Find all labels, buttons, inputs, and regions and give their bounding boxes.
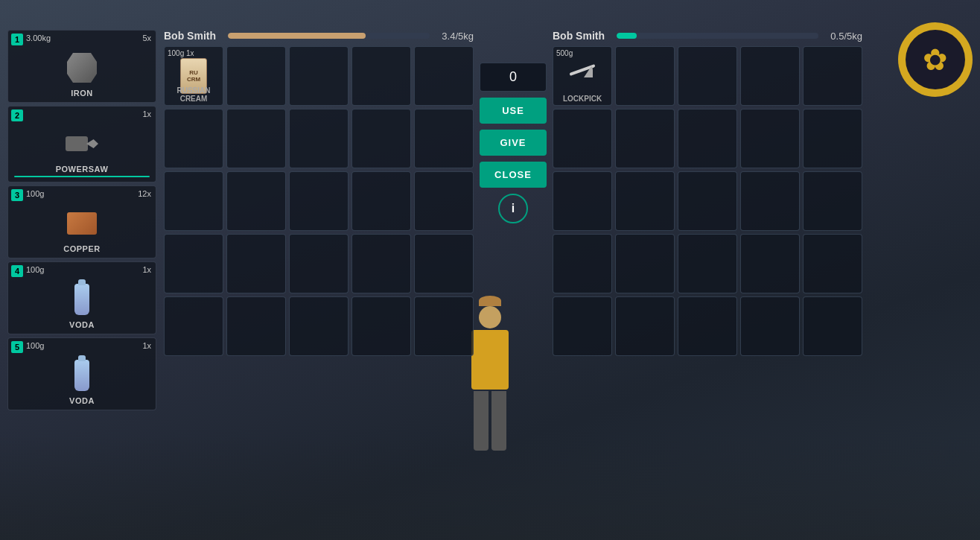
item-weight-1: 3.00kg [26, 34, 51, 42]
grid-cell-4-1[interactable] [226, 296, 286, 356]
right-grid-cell-1-0[interactable] [553, 109, 612, 168]
iron-icon [64, 50, 100, 86]
right-grid-cell-4-3[interactable] [740, 296, 800, 356]
grid-cell-0-2[interactable] [289, 46, 349, 106]
grid-cell-1-4[interactable] [414, 109, 474, 168]
right-grid-cell-3-1[interactable] [615, 234, 675, 293]
right-grid-cell-2-3[interactable] [740, 171, 800, 231]
item-weight-3: 100g [26, 189, 44, 198]
grid-cell-4-3[interactable] [351, 296, 411, 356]
right-cell-name-lockpick: LOCKPICK [553, 95, 611, 103]
right-grid-cell-2-0[interactable] [553, 171, 612, 231]
item-qty-5: 1x [142, 341, 151, 350]
grid-cell-0-1[interactable] [226, 46, 286, 106]
right-grid-cell-4-2[interactable] [678, 296, 737, 356]
grid-cell-4-2[interactable] [289, 296, 349, 356]
grid-cell-3-3[interactable] [351, 234, 411, 293]
grid-cell-2-0[interactable] [164, 171, 223, 231]
item-slot-4: 4 [11, 265, 23, 277]
item-qty-3: 12x [138, 189, 151, 198]
right-grid-cell-0-4[interactable] [803, 46, 862, 106]
right-weight-bar-fill [617, 33, 637, 39]
grid-cell-2-1[interactable] [226, 171, 286, 231]
ui-overlay: 1 3.00kg 5x IRON 2 1x POWERSAW 3 100g 12… [0, 0, 980, 540]
right-panel: Bob Smith 0.5/5kg 500g LOCKPICK [553, 30, 862, 356]
right-grid-cell-1-2[interactable] [678, 109, 737, 168]
grid-cell-1-2[interactable] [289, 109, 349, 168]
right-weight-bar-wrap [617, 33, 818, 39]
info-button[interactable]: i [498, 194, 528, 223]
action-panel: 0 USE GIVE CLOSE i [480, 63, 547, 223]
right-weight-bar-bg [617, 33, 818, 39]
grid-cell-3-1[interactable] [226, 234, 286, 293]
right-grid-cell-4-0[interactable] [553, 296, 612, 356]
right-grid-cell-0-2[interactable] [678, 46, 737, 106]
grid-cell-0-0[interactable]: 100g 1x RUCRM RUSSIAN CREAM [164, 46, 223, 106]
left-weight-bar-bg [228, 33, 430, 39]
sidebar-item-iron[interactable]: 1 3.00kg 5x IRON [7, 30, 156, 103]
item-qty-4: 1x [142, 265, 151, 274]
right-grid-cell-3-0[interactable] [553, 234, 612, 293]
item-slot-1: 1 [11, 34, 23, 45]
grid-cell-2-4[interactable] [414, 171, 474, 231]
left-weight-bar-fill [228, 33, 366, 39]
right-grid-cell-0-3[interactable] [740, 46, 800, 106]
grid-cell-1-1[interactable] [226, 109, 286, 168]
right-player-header: Bob Smith 0.5/5kg [553, 30, 862, 42]
right-grid-cell-1-4[interactable] [803, 109, 862, 168]
right-grid-cell-2-4[interactable] [803, 171, 862, 231]
grid-cell-3-0[interactable] [164, 234, 223, 293]
grid-cell-2-2[interactable] [289, 171, 349, 231]
grid-cell-3-4[interactable] [414, 234, 474, 293]
right-grid-cell-3-3[interactable] [740, 234, 800, 293]
right-weight-label: 0.5/5kg [830, 31, 862, 42]
voda-icon-1 [64, 282, 100, 317]
item-name-2: POWERSAW [14, 165, 150, 174]
sidebar-item-powersaw[interactable]: 2 1x POWERSAW [7, 106, 156, 182]
sidebar-item-voda-2[interactable]: 5 100g 1x VODA [7, 337, 156, 410]
item-slot-5: 5 [11, 341, 23, 353]
powersaw-icon [64, 126, 100, 162]
right-grid-cell-2-2[interactable] [678, 171, 737, 231]
grid-cell-4-0[interactable] [164, 296, 223, 356]
item-weight-4: 100g [26, 265, 44, 274]
item-name-4: VODA [14, 320, 150, 329]
item-slot-2: 2 [11, 109, 23, 121]
item-slot-3: 3 [11, 189, 23, 201]
grid-cell-1-3[interactable] [351, 109, 411, 168]
close-button[interactable]: CLOSE [480, 162, 547, 188]
item-name-5: VODA [14, 396, 150, 405]
right-grid-cell-4-1[interactable] [615, 296, 675, 356]
right-grid-cell-0-0[interactable]: 500g LOCKPICK [553, 46, 612, 106]
sidebar-item-voda-1[interactable]: 4 100g 1x VODA [7, 261, 156, 334]
right-grid-cell-4-4[interactable] [803, 296, 862, 356]
right-grid-cell-1-1[interactable] [615, 109, 675, 168]
item-qty-2: 1x [142, 109, 151, 118]
sidebar-item-copper[interactable]: 3 100g 12x COPPER [7, 185, 156, 258]
left-weight-bar-wrap [228, 33, 430, 39]
use-button[interactable]: USE [480, 98, 547, 124]
grid-cell-0-4[interactable] [414, 46, 474, 106]
left-player-header: Bob Smith 3.4/5kg [164, 30, 474, 42]
right-grid-cell-2-1[interactable] [615, 171, 675, 231]
grid-cell-4-4[interactable] [414, 296, 474, 356]
item-qty-1: 5x [142, 34, 151, 42]
item-name-1: IRON [14, 89, 150, 98]
voda-icon-2 [64, 358, 100, 393]
cell-name-russian-cream: RUSSIAN CREAM [165, 86, 223, 103]
left-inventory-grid: 100g 1x RUCRM RUSSIAN CREAM [164, 46, 474, 356]
grid-cell-3-2[interactable] [289, 234, 349, 293]
grid-cell-2-3[interactable] [351, 171, 411, 231]
grid-cell-1-0[interactable] [164, 109, 223, 168]
right-grid-cell-3-2[interactable] [678, 234, 737, 293]
give-button[interactable]: GIVE [480, 130, 547, 156]
item-name-3: COPPER [14, 244, 150, 253]
right-grid-cell-3-4[interactable] [803, 234, 862, 293]
inventory-sidebar: 1 3.00kg 5x IRON 2 1x POWERSAW 3 100g 12… [7, 30, 156, 410]
right-grid-cell-1-3[interactable] [740, 109, 800, 168]
left-player-name: Bob Smith [164, 30, 216, 42]
copper-icon [64, 206, 100, 241]
right-grid-cell-0-1[interactable] [615, 46, 675, 106]
quantity-display: 0 [480, 63, 547, 92]
grid-cell-0-3[interactable] [351, 46, 411, 106]
